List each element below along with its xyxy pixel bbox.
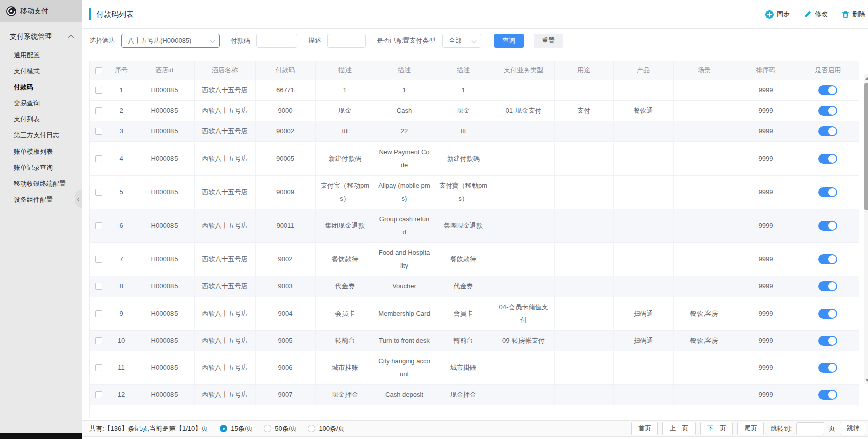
scrollbar-thumb[interactable] (864, 83, 868, 210)
enable-toggle[interactable] (818, 154, 837, 164)
cell-enabled (797, 384, 859, 405)
cell-code: 9004 (255, 297, 315, 330)
enable-toggle[interactable] (818, 363, 837, 373)
cell-hotel_name: 西软八十五号店 (194, 100, 255, 121)
cell-hotel_name: 西软八十五号店 (194, 297, 255, 330)
cell-desc_en: Membership Card (375, 297, 434, 330)
sidebar-item[interactable]: 移动收银终端配置 (0, 176, 82, 192)
cell-biz_type (493, 351, 554, 384)
hotel-select[interactable]: 八十五号店(H000085) (121, 34, 220, 48)
cell-sort: 9999 (735, 209, 797, 242)
sync-label: 同步 (777, 10, 790, 19)
scroll-down-icon[interactable] (865, 379, 868, 382)
first-page-button[interactable]: 首页 (631, 422, 658, 435)
sidebar-item[interactable]: 账单记录查询 (0, 160, 82, 176)
row-checkbox[interactable] (95, 337, 102, 344)
page-size-label: 50条/页 (275, 424, 297, 433)
enable-toggle[interactable] (818, 390, 837, 400)
cell-hotel_id: H000085 (135, 242, 194, 276)
select-all-checkbox[interactable] (95, 67, 102, 74)
sidebar-collapse-handle[interactable]: ‹ (75, 190, 82, 208)
cell-desc_cn: 转前台 (315, 330, 375, 351)
enable-toggle[interactable] (818, 187, 837, 197)
sidebar-item[interactable]: 设备组件配置 (0, 192, 82, 208)
radio-icon[interactable] (308, 425, 315, 432)
cell-checkbox (90, 141, 108, 175)
row-checkbox[interactable] (95, 364, 102, 371)
sidebar-item[interactable]: 付款码 (0, 79, 82, 95)
configured-select[interactable]: 全部 (442, 34, 481, 48)
radio-icon[interactable] (264, 425, 271, 432)
jump-page-input[interactable] (796, 422, 824, 435)
cell-usage (554, 330, 613, 351)
row-checkbox[interactable] (95, 283, 102, 290)
prev-page-button[interactable]: 上一页 (662, 422, 696, 435)
page-unit-label: 页 (829, 424, 835, 433)
row-checkbox[interactable] (95, 155, 102, 162)
enable-toggle[interactable] (818, 254, 837, 264)
toggle-knob (828, 155, 836, 163)
row-checkbox[interactable] (95, 256, 102, 263)
enable-toggle[interactable] (818, 85, 837, 95)
row-checkbox[interactable] (95, 128, 102, 135)
search-button[interactable]: 查询 (494, 34, 524, 48)
page-size-radio[interactable]: 100条/页 (308, 424, 344, 433)
cell-usage (554, 121, 613, 141)
row-checkbox[interactable] (95, 107, 102, 114)
enable-toggle[interactable] (818, 281, 837, 291)
cell-sort: 9999 (735, 351, 797, 384)
enable-toggle[interactable] (818, 126, 837, 136)
cell-product (613, 351, 673, 384)
sidebar-item[interactable]: 交易查询 (0, 95, 82, 111)
sync-button[interactable]: 同步 (765, 10, 790, 19)
cell-product (613, 80, 673, 100)
code-input[interactable] (256, 34, 297, 48)
cell-usage (554, 297, 613, 330)
cell-biz_type (493, 209, 554, 242)
column-header: 描述 (375, 61, 434, 80)
cell-biz_type (493, 384, 554, 405)
enable-toggle[interactable] (818, 221, 837, 231)
page-size-radio[interactable]: 50条/页 (264, 424, 297, 433)
sidebar-section-payment-system[interactable]: 支付系统管理 (0, 22, 82, 47)
sidebar-item[interactable]: 第三方支付日志 (0, 127, 82, 143)
radio-selected-icon[interactable] (220, 425, 227, 432)
row-checkbox[interactable] (95, 189, 102, 196)
hotel-select-label: 选择酒店 (89, 36, 115, 45)
cell-sort: 9999 (735, 242, 797, 276)
cell-biz_type (493, 121, 554, 141)
cell-sort: 9999 (735, 80, 797, 100)
sidebar-item[interactable]: 支付列表 (0, 111, 82, 127)
enable-toggle[interactable] (818, 309, 837, 319)
cell-desc_tc: 城市掛賬 (434, 351, 493, 384)
sidebar-item[interactable]: 账单模板列表 (0, 143, 82, 160)
cell-desc_cn: 集团现金退款 (315, 209, 375, 242)
vertical-scrollbar[interactable] (864, 74, 868, 384)
scroll-up-icon[interactable] (865, 77, 868, 80)
configured-select-value: 全部 (449, 36, 462, 45)
next-page-button[interactable]: 下一页 (700, 422, 733, 435)
row-checkbox[interactable] (95, 391, 102, 398)
row-checkbox[interactable] (95, 222, 102, 229)
cell-product (613, 175, 673, 209)
delete-button[interactable]: 删除 (842, 10, 865, 19)
cell-desc_tc: 餐飲款待 (434, 242, 493, 276)
page-size-radio[interactable]: 15条/页 (220, 424, 253, 433)
cell-desc_en: City hanging account (375, 351, 434, 384)
reset-button[interactable]: 重置 (534, 34, 563, 48)
page-title: 付款码列表 (96, 10, 134, 19)
sidebar-item[interactable]: 通用配置 (0, 47, 82, 63)
last-page-button[interactable]: 尾页 (737, 422, 764, 435)
cell-checkbox (90, 330, 108, 351)
edit-button[interactable]: 修改 (804, 10, 828, 19)
jump-button[interactable]: 跳转 (840, 422, 866, 435)
enable-toggle[interactable] (818, 336, 837, 346)
enable-toggle[interactable] (818, 106, 837, 116)
cell-scene (673, 384, 735, 405)
cell-desc_tc: 集團現金退款 (434, 209, 493, 242)
sidebar-item[interactable]: 支付模式 (0, 63, 82, 79)
row-checkbox[interactable] (95, 87, 102, 94)
row-checkbox[interactable] (95, 310, 102, 317)
desc-input[interactable] (327, 34, 366, 48)
cell-code: 90002 (255, 121, 315, 141)
